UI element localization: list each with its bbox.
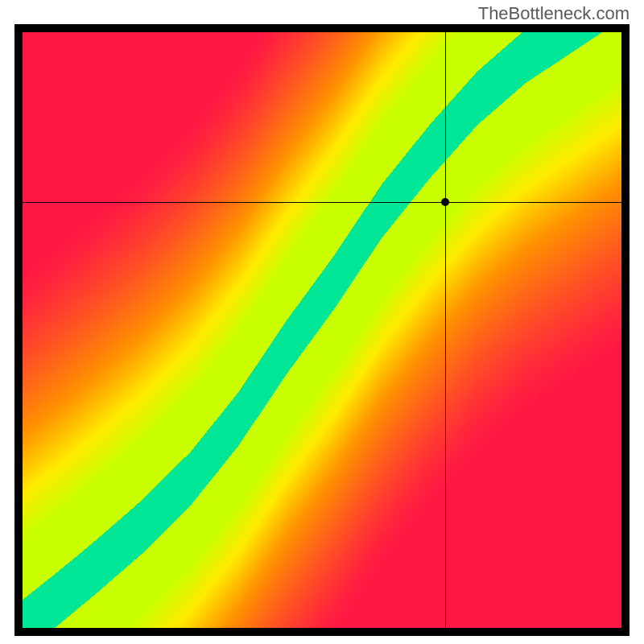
crosshair-vertical [445, 24, 446, 636]
chart-frame [14, 24, 630, 636]
crosshair-horizontal [14, 202, 630, 203]
marker-dot [441, 198, 449, 206]
watermark-text: TheBottleneck.com [478, 3, 630, 24]
bottleneck-heatmap [23, 32, 621, 628]
